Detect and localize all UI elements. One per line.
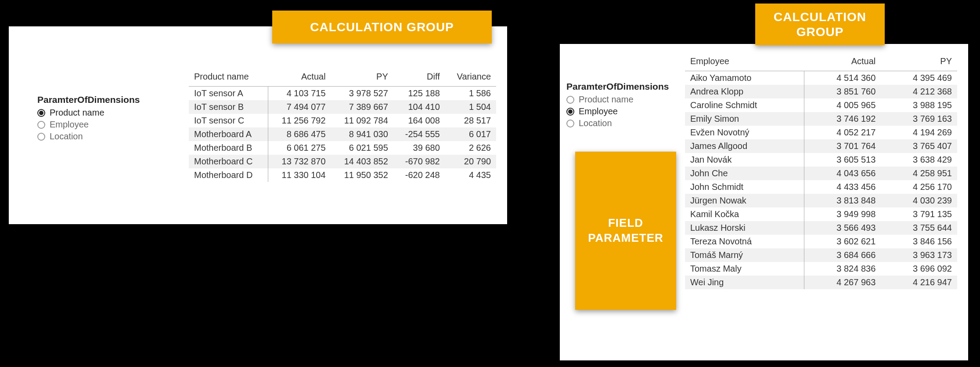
cell-dimension: IoT sensor A <box>189 87 268 101</box>
table-row[interactable]: Wei Jing4 267 9634 216 947 <box>685 276 957 289</box>
table-header-row: Product name Actual PY Diff Variance <box>189 68 496 87</box>
slicer-option-location[interactable]: Location <box>566 118 669 128</box>
cell-dimension: Motherboard B <box>189 141 268 155</box>
cell-dimension: Motherboard C <box>189 155 268 168</box>
radio-icon <box>566 108 574 116</box>
slicer-option-label: Location <box>50 131 83 142</box>
dimension-slicer-left: ParamterOfDimensions Product name Employ… <box>37 94 140 143</box>
cell-dimension: Evžen Novotný <box>685 126 804 139</box>
cell-value: 11 092 784 <box>331 114 393 127</box>
slicer-option-product-name[interactable]: Product name <box>566 94 669 105</box>
cell-value: 4 395 469 <box>881 71 957 85</box>
cell-value: 3 813 848 <box>804 194 881 207</box>
cell-dimension: Caroline Schmidt <box>685 98 804 112</box>
cell-dimension: Andrea Klopp <box>685 85 804 98</box>
cell-value: 4 433 456 <box>804 180 881 194</box>
cell-value: 6 061 275 <box>268 141 331 155</box>
table-row[interactable]: John Che4 043 6564 258 951 <box>685 167 957 180</box>
table-row[interactable]: John Schmidt4 433 4564 256 170 <box>685 180 957 194</box>
cell-value: 3 949 998 <box>804 207 881 221</box>
col-py[interactable]: PY <box>331 68 393 87</box>
radio-icon <box>566 120 574 127</box>
cell-value: 4 043 656 <box>804 167 881 180</box>
table-row[interactable]: Emily Simon3 746 1923 769 163 <box>685 112 957 126</box>
table-row[interactable]: Andrea Klopp3 851 7604 212 368 <box>685 85 957 98</box>
col-diff[interactable]: Diff <box>393 68 445 87</box>
cell-dimension: Jürgen Nowak <box>685 194 804 207</box>
table-row[interactable]: Tomáš Marný3 684 6663 963 173 <box>685 248 957 262</box>
cell-dimension: Emily Simon <box>685 112 804 126</box>
cell-dimension: John Schmidt <box>685 180 804 194</box>
cell-value: 125 188 <box>393 87 445 101</box>
cell-value: -620 248 <box>393 168 445 182</box>
table-row[interactable]: Tomasz Maly3 824 8363 696 092 <box>685 262 957 276</box>
cell-dimension: Tereza Novotná <box>685 235 804 248</box>
cell-value: 4 435 <box>445 168 496 182</box>
table-row[interactable]: Kamil Kočka3 949 9983 791 135 <box>685 207 957 221</box>
col-actual[interactable]: Actual <box>804 53 881 71</box>
cell-value: 3 846 156 <box>881 235 957 248</box>
table-row[interactable]: IoT sensor A4 103 7153 978 527125 1881 5… <box>189 87 496 101</box>
cell-value: 28 517 <box>445 114 496 127</box>
table-row[interactable]: Lukasz Horski3 566 4933 755 644 <box>685 221 957 235</box>
table-row[interactable]: Motherboard C13 732 87014 403 852-670 98… <box>189 155 496 168</box>
cell-value: 3 851 760 <box>804 85 881 98</box>
cell-value: 104 410 <box>393 100 445 114</box>
cell-value: 6 017 <box>445 127 496 141</box>
radio-icon <box>37 133 45 141</box>
cell-value: 3 638 429 <box>881 153 957 167</box>
cell-dimension: Tomasz Maly <box>685 262 804 276</box>
slicer-option-employee[interactable]: Employee <box>566 106 669 116</box>
cell-value: 3 746 192 <box>804 112 881 126</box>
cell-value: 3 988 195 <box>881 98 957 112</box>
cell-value: 20 790 <box>445 155 496 168</box>
cell-dimension: Motherboard D <box>189 168 268 182</box>
table-row[interactable]: James Allgood3 701 7643 765 407 <box>685 139 957 153</box>
table-row[interactable]: IoT sensor C11 256 79211 092 784164 0082… <box>189 114 496 127</box>
cell-value: 4 258 951 <box>881 167 957 180</box>
cell-dimension: Lukasz Horski <box>685 221 804 235</box>
field-parameter-tag: FIELD PARAMETER <box>575 152 676 310</box>
slicer-option-label: Product name <box>50 108 104 118</box>
cell-dimension: James Allgood <box>685 139 804 153</box>
radio-icon <box>37 109 45 117</box>
cell-dimension: Motherboard A <box>189 127 268 141</box>
cell-value: 13 732 870 <box>268 155 331 168</box>
cell-value: 3 824 836 <box>804 262 881 276</box>
col-variance[interactable]: Variance <box>445 68 496 87</box>
cell-dimension: Wei Jing <box>685 276 804 289</box>
col-employee[interactable]: Employee <box>685 53 804 71</box>
cell-dimension: Tomáš Marný <box>685 248 804 262</box>
cell-value: 3 765 407 <box>881 139 957 153</box>
radio-icon <box>37 121 45 129</box>
cell-value: 11 256 792 <box>268 114 331 127</box>
table-row[interactable]: Jan Novák3 605 5133 638 429 <box>685 153 957 167</box>
cell-value: 4 194 269 <box>881 126 957 139</box>
cell-dimension: Jan Novák <box>685 153 804 167</box>
cell-value: 8 941 030 <box>331 127 393 141</box>
col-actual[interactable]: Actual <box>268 68 331 87</box>
slicer-option-location[interactable]: Location <box>37 131 140 142</box>
table-row[interactable]: IoT sensor B7 494 0777 389 667104 4101 5… <box>189 100 496 114</box>
cell-value: 3 963 173 <box>881 248 957 262</box>
cell-value: 4 212 368 <box>881 85 957 98</box>
cell-dimension: IoT sensor B <box>189 100 268 114</box>
col-py[interactable]: PY <box>881 53 957 71</box>
slicer-option-product-name[interactable]: Product name <box>37 108 140 118</box>
table-row[interactable]: Aiko Yamamoto4 514 3604 395 469 <box>685 71 957 85</box>
calculation-group-tag-left: CALCULATION GROUP <box>272 11 492 44</box>
cell-value: 3 602 621 <box>804 235 881 248</box>
table-row[interactable]: Tereza Novotná3 602 6213 846 156 <box>685 235 957 248</box>
table-row[interactable]: Motherboard B6 061 2756 021 59539 6802 6… <box>189 141 496 155</box>
table-row[interactable]: Evžen Novotný4 052 2174 194 269 <box>685 126 957 139</box>
cell-dimension: Kamil Kočka <box>685 207 804 221</box>
table-row[interactable]: Motherboard D11 330 10411 950 352-620 24… <box>189 168 496 182</box>
table-row[interactable]: Caroline Schmidt4 005 9653 988 195 <box>685 98 957 112</box>
cell-value: 3 605 513 <box>804 153 881 167</box>
table-row[interactable]: Motherboard A8 686 4758 941 030-254 5556… <box>189 127 496 141</box>
table-row[interactable]: Jürgen Nowak3 813 8484 030 239 <box>685 194 957 207</box>
cell-value: 4 514 360 <box>804 71 881 85</box>
cell-value: 4 256 170 <box>881 180 957 194</box>
slicer-option-employee[interactable]: Employee <box>37 120 140 130</box>
col-product-name[interactable]: Product name <box>189 68 268 87</box>
